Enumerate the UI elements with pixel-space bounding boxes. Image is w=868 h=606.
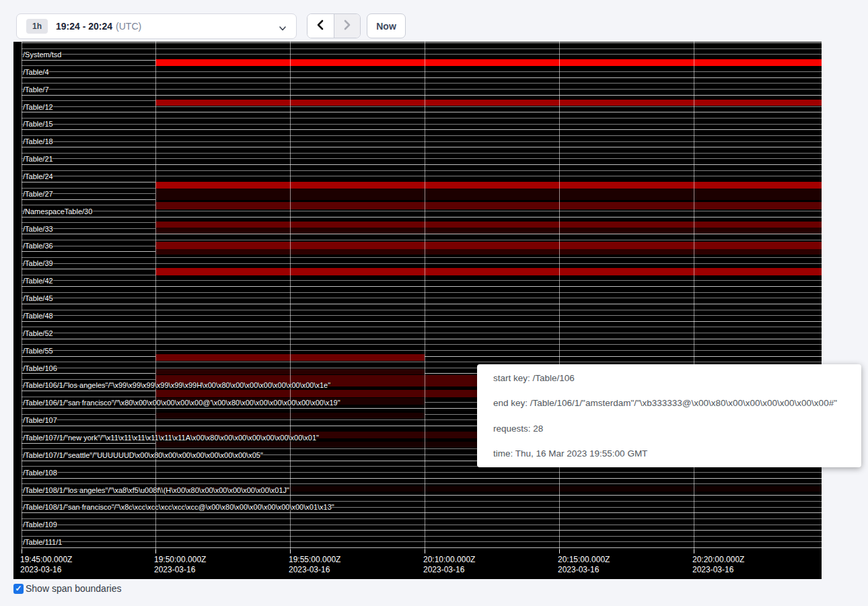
span-label: /Table/108/1/"los angeles"/"\xa8\xf5\u00… (23, 486, 289, 494)
span-label: /Table/48 (23, 312, 53, 320)
span-boundary-line (22, 71, 822, 72)
span-boundary-line (22, 135, 822, 136)
span-label: /Table/42 (23, 277, 53, 285)
span-boundary-line (22, 170, 822, 171)
time-gridline (559, 42, 560, 549)
span-label: /Table/106/1/"san francisco"/"\x80\x00\x… (23, 399, 340, 407)
axis-tick (22, 549, 22, 553)
axis-tick-time: 20:15:00.000Z (558, 555, 610, 564)
span-label: /Table/39 (23, 259, 53, 267)
span-boundary-line (22, 512, 822, 513)
show-span-boundaries-label: Show span boundaries (26, 583, 121, 594)
span-label: /Table/21 (23, 155, 53, 163)
next-range-button[interactable] (334, 14, 360, 38)
span-boundary-line (22, 280, 822, 281)
span-boundary-line (22, 217, 822, 217)
span-boundary-line (22, 344, 822, 345)
time-range-text: 19:24 - 20:24 (56, 21, 112, 32)
span-label: /Table/18 (23, 137, 53, 145)
axis-tick-time: 20:20:00.000Z (692, 555, 744, 564)
heat-stripe (155, 268, 822, 275)
now-button[interactable]: Now (367, 13, 406, 38)
span-label: /Table/107/1/"seattle"/"UUUUUUD\x00\x80\… (23, 451, 263, 459)
span-boundary-line (22, 286, 822, 287)
span-boundary-line (22, 321, 822, 322)
span-boundary-line (22, 234, 822, 234)
span-boundary-line (22, 525, 822, 525)
span-boundary-line (22, 141, 822, 142)
span-boundary-line (22, 95, 822, 96)
span-label: /Table/12 (23, 103, 53, 111)
span-label: /Table/111/1 (23, 538, 62, 546)
tooltip-time: time: Thu, 16 Mar 2023 19:55:00 GMT (493, 448, 845, 459)
heat-stripe (155, 242, 822, 249)
axis-tick-date: 2023-03-16 (289, 565, 330, 574)
span-boundary-line (22, 518, 822, 519)
span-boundary-line (22, 211, 822, 211)
span-boundary-line (22, 483, 822, 484)
show-span-boundaries-control[interactable]: ✓ Show span boundaries (13, 583, 121, 594)
axis-tick-date: 2023-03-16 (154, 565, 195, 574)
hover-tooltip: start key: /Table/106 end key: /Table/10… (477, 364, 861, 467)
span-boundary-line (22, 48, 822, 49)
span-boundary-line (22, 292, 822, 293)
span-label: /Table/107 (23, 416, 57, 424)
span-label: /Table/7 (23, 86, 49, 94)
span-boundary-line (22, 89, 822, 90)
span-label: /Table/108/1/"san francisco"/"\x8c\xcc\x… (23, 503, 334, 511)
span-boundary-line (22, 541, 822, 542)
span-label: /Table/107/1/"new york"/"\x11\x11\x11\x1… (23, 434, 319, 442)
span-boundary-line (22, 42, 822, 43)
span-label: /Table/55 (23, 347, 53, 355)
axis-tick (155, 549, 156, 553)
axis-tick-time: 20:10:00.000Z (423, 555, 475, 564)
key-visualizer-page: 1h 19:24 - 20:24 (UTC) Now start key: /T… (0, 0, 868, 606)
span-label: /Table/52 (23, 329, 53, 337)
axis-tick-time: 19:50:00.000Z (154, 555, 206, 564)
time-nav-group (307, 13, 361, 38)
span-boundary-line (22, 333, 822, 333)
heat-stripe (155, 228, 822, 234)
axis-tick (559, 549, 560, 553)
toolbar: 1h 19:24 - 20:24 (UTC) Now (0, 0, 868, 42)
heat-stripe (155, 59, 822, 66)
axis-tick (425, 549, 425, 553)
span-boundary-line (22, 298, 822, 298)
span-boundary-line (22, 54, 822, 55)
span-boundary-line (22, 118, 822, 119)
span-boundary-line (22, 106, 822, 107)
span-boundary-line (22, 176, 822, 176)
span-label: /Table/45 (23, 294, 53, 302)
span-boundary-line (22, 263, 822, 264)
span-label: /Table/24 (23, 172, 53, 180)
axis-tick-date: 2023-03-16 (558, 565, 599, 574)
span-label: /Table/106/1/"los angeles"/"\x99\x99\x99… (23, 381, 330, 389)
span-boundary-line (22, 257, 822, 258)
span-boundary-line (22, 501, 822, 502)
span-boundary-line (22, 240, 822, 240)
span-boundary-line (22, 153, 822, 154)
span-boundary-line (22, 350, 822, 351)
chevron-right-icon (342, 20, 352, 32)
span-label: /System/tsd (23, 50, 61, 59)
tooltip-requests: requests: 28 (493, 424, 845, 434)
heat-stripe (155, 189, 822, 200)
span-boundary-line (22, 77, 822, 78)
span-label: /Table/106 (23, 364, 57, 372)
span-boundary-line (22, 472, 822, 473)
span-boundary-line (22, 129, 822, 130)
show-span-boundaries-checkbox[interactable]: ✓ (13, 584, 24, 594)
span-boundary-line (22, 304, 822, 304)
heat-stripe (155, 182, 822, 189)
chevron-down-icon (279, 23, 287, 35)
time-gridline (425, 42, 425, 549)
span-label: /Table/27 (23, 190, 53, 198)
span-boundary-line (22, 339, 822, 339)
axis-tick-date: 2023-03-16 (423, 565, 464, 574)
prev-range-button[interactable] (308, 14, 334, 38)
tooltip-end-key: end key: /Table/106/1/"amsterdam"/"\xb33… (493, 398, 845, 408)
span-boundary-line (22, 158, 822, 159)
key-visualizer-heatmap[interactable]: start key: /Table/106 end key: /Table/10… (13, 42, 822, 579)
span-boundary-line (22, 112, 822, 112)
time-range-select[interactable]: 1h 19:24 - 20:24 (UTC) (16, 13, 297, 39)
